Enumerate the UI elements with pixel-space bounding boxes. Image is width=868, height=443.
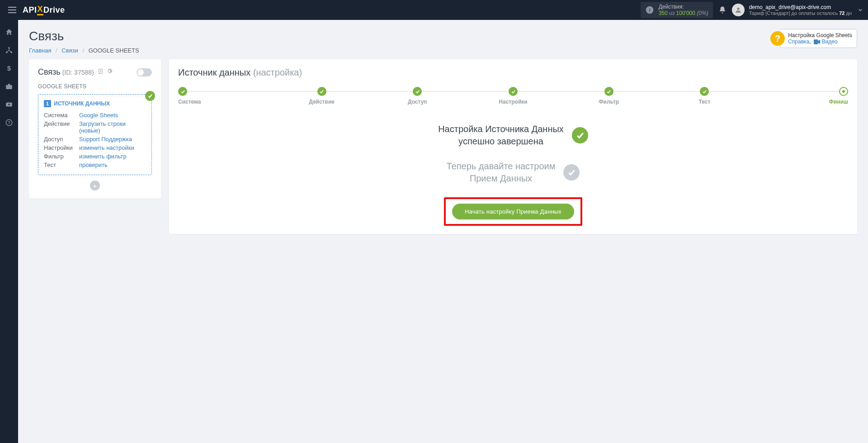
actions-of: из	[669, 10, 675, 16]
source-row-key: Фильтр	[44, 152, 79, 161]
header: APIXDrive i Действия: 350 из 100'000 (0%…	[0, 0, 868, 20]
breadcrumb-home[interactable]: Главная	[29, 47, 51, 54]
source-row: ДействиеЗагрузить строки (новые)	[44, 119, 146, 135]
source-header: ИСТОЧНИК ДАННЫХ	[54, 100, 110, 107]
help-box: ? Настройка Google Sheets Справка, Видео	[770, 29, 857, 48]
side-subtitle: GOOGLE SHEETS	[38, 83, 152, 90]
info-icon: i	[645, 5, 654, 14]
copy-icon[interactable]	[98, 68, 104, 75]
actions-used: 350	[659, 10, 668, 16]
help-video-link[interactable]: Видео	[822, 38, 838, 45]
svg-point-6	[8, 47, 10, 49]
step-label: Финиш	[752, 99, 848, 105]
svg-text:i: i	[649, 7, 650, 13]
source-row: Тестпроверить	[44, 161, 146, 169]
actions-label: Действия:	[659, 4, 684, 10]
check-icon	[572, 127, 588, 143]
side-id: (ID: 37588)	[62, 69, 94, 76]
step-тест[interactable]: Тест	[657, 87, 753, 105]
sidebar: $ ?	[0, 20, 18, 243]
source-row: СистемаGoogle Sheets	[44, 111, 146, 119]
source-row-link[interactable]: Загрузить строки (новые)	[79, 120, 126, 134]
sidebar-home-icon[interactable]	[5, 28, 13, 36]
svg-marker-16	[818, 40, 821, 44]
logo-x: X	[37, 5, 44, 15]
step-label: Тест	[657, 99, 753, 105]
actions-total: 100'000	[676, 10, 695, 16]
sidebar-video-icon[interactable]	[5, 100, 13, 109]
main-card: Источник данных (настройка) СистемаДейст…	[169, 59, 857, 234]
source-table: СистемаGoogle SheetsДействиеЗагрузить ст…	[44, 111, 146, 169]
step-label: Система	[178, 99, 274, 105]
step-label: Фильтр	[561, 99, 657, 105]
svg-rect-15	[814, 39, 818, 44]
logo[interactable]: APIXDrive	[23, 5, 65, 15]
help-question-icon[interactable]: ?	[770, 31, 785, 46]
user-tariff: Тариф |Стандарт| до оплаты осталось 72 д…	[749, 10, 852, 16]
step-label: Доступ	[369, 99, 465, 105]
source-row-link[interactable]: проверить	[79, 162, 108, 168]
page-title: Связь	[29, 29, 139, 43]
source-row-key: Тест	[44, 161, 79, 169]
source-row-link[interactable]: Google Sheets	[79, 112, 118, 119]
step-действие[interactable]: Действие	[274, 87, 370, 105]
step-система[interactable]: Система	[178, 87, 274, 105]
user-menu[interactable]: demo_apix_drive@apix-drive.com Тариф |Ст…	[732, 4, 852, 16]
help-ref-link[interactable]: Справка	[788, 38, 809, 45]
actions-pct: (0%)	[697, 10, 708, 16]
source-row-link[interactable]: изменить настройки	[79, 144, 134, 151]
chevron-down-icon[interactable]	[857, 7, 863, 13]
video-icon	[814, 38, 821, 45]
source-row-key: Система	[44, 111, 79, 119]
svg-point-5	[737, 8, 739, 10]
check-icon	[145, 91, 155, 101]
source-row-key: Настройки	[44, 143, 79, 152]
source-row-key: Действие	[44, 119, 79, 135]
menu-toggle[interactable]	[5, 3, 20, 17]
sidebar-briefcase-icon[interactable]	[5, 82, 13, 91]
source-row-key: Доступ	[44, 135, 79, 143]
actions-counter[interactable]: i Действия: 350 из 100'000 (0%)	[641, 2, 713, 18]
help-title: Настройка Google Sheets	[788, 32, 852, 38]
source-row-link[interactable]: изменить фильтр	[79, 153, 127, 160]
sidebar-help-icon[interactable]: ?	[5, 119, 13, 127]
avatar	[732, 4, 745, 16]
notifications-icon[interactable]	[718, 6, 726, 14]
step-доступ[interactable]: Доступ	[369, 87, 465, 105]
source-row-link[interactable]: Support Поддержка	[79, 136, 132, 143]
logo-drive: Drive	[43, 5, 65, 15]
start-destination-setup-button[interactable]: Начать настройку Приема Данных	[452, 204, 574, 219]
user-email: demo_apix_drive@apix-drive.com	[749, 4, 852, 10]
source-row: Фильтризменить фильтр	[44, 152, 146, 161]
svg-rect-10	[6, 85, 12, 89]
add-step-button[interactable]: +	[90, 181, 100, 191]
step-label: Настройки	[465, 99, 561, 105]
source-row: Настройкиизменить настройки	[44, 143, 146, 152]
side-title: Связь	[38, 67, 61, 76]
sidebar-connections-icon[interactable]	[5, 46, 13, 54]
svg-text:?: ?	[8, 120, 10, 125]
sidebar-billing-icon[interactable]: $	[5, 64, 13, 72]
main-card-title: Источник данных (настройка)	[178, 67, 848, 78]
logo-api: API	[23, 5, 37, 15]
step-настройки[interactable]: Настройки	[465, 87, 561, 105]
gear-icon[interactable]	[106, 68, 113, 75]
cta-highlight: Начать настройку Приема Данных	[444, 197, 582, 226]
step-фильтр[interactable]: Фильтр	[561, 87, 657, 105]
step-финиш[interactable]: Финиш	[752, 87, 848, 105]
source-box: 1ИСТОЧНИК ДАННЫХ СистемаGoogle SheetsДей…	[38, 94, 152, 175]
step-label: Действие	[274, 99, 370, 105]
check-pending-icon	[563, 164, 580, 181]
success-message: Настройка Источника Данных успешно завер…	[355, 123, 671, 148]
connection-side-card: Связь (ID: 37588) GOOGLE SHEETS 1ИСТОЧНИ…	[29, 59, 161, 199]
svg-text:$: $	[7, 64, 11, 72]
breadcrumb: Главная / Связи / GOOGLE SHEETS	[29, 47, 139, 54]
source-number: 1	[44, 100, 51, 107]
next-step-message: Теперь давайте настроим Прием Данных	[355, 160, 671, 185]
source-row: ДоступSupport Поддержка	[44, 135, 146, 143]
breadcrumb-links[interactable]: Связи	[61, 47, 78, 54]
connection-toggle[interactable]	[137, 68, 152, 76]
breadcrumb-current: GOOGLE SHEETS	[89, 47, 139, 54]
stepper: СистемаДействиеДоступНастройкиФильтрТест…	[178, 87, 848, 105]
